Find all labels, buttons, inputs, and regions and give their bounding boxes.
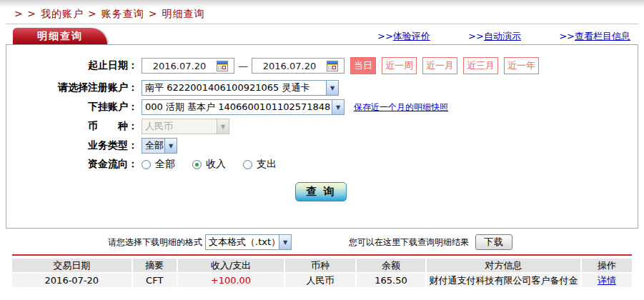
link-label: 体验评价: [393, 31, 430, 41]
business-type-select[interactable]: 全部 ▼: [142, 138, 177, 154]
col-header-date: 交易日期: [12, 259, 132, 273]
link-prefix: >>: [559, 31, 575, 41]
cell-counterparty: 财付通支付科技有限公司客户备付金: [426, 273, 580, 287]
link-prefix: >>: [468, 31, 484, 41]
breadcrumb-item-my-account[interactable]: 我的账户: [41, 8, 84, 19]
table-header-row: 交易日期 摘要 收入/支出 币种 余额 对方信息 操作: [12, 259, 632, 273]
sub-account-row: 下挂账户： 000 活期 基本户 1406600101102571848 ▼ 保…: [6, 99, 638, 116]
table-row: 2016-07-20 CFT +100.00 人民币 165.50 财付通支付科…: [12, 273, 632, 287]
date-range-row: 起止日期： — 当日 近一周 近一月 近三月 近一年: [6, 56, 638, 75]
fund-flow-row: 资金流向： 全部 收入 支出: [6, 156, 638, 172]
detail-link[interactable]: 详情: [598, 275, 616, 286]
calendar-icon[interactable]: [217, 61, 228, 71]
header-divider: [6, 24, 638, 24]
radio-icon[interactable]: [243, 160, 252, 169]
start-date-field: [142, 58, 234, 74]
registered-account-select[interactable]: 南平 6222001406100921065 灵通卡 ▼: [142, 80, 339, 96]
link-label: 自动演示: [484, 31, 521, 41]
end-date-field: [252, 58, 345, 74]
fund-flow-option-expense[interactable]: 支出: [243, 158, 277, 171]
start-date-input[interactable]: [142, 61, 217, 71]
radio-icon[interactable]: [142, 160, 151, 169]
breadcrumb-item-account-query[interactable]: 账务查询: [101, 8, 144, 19]
cell-summary: CFT: [132, 273, 177, 287]
dropdown-arrow-icon: ▼: [217, 119, 229, 134]
breadcrumb-separator: >: [149, 8, 158, 19]
link-label: 查看栏目信息: [575, 31, 630, 41]
radio-label: 支出: [257, 158, 277, 171]
dropdown-arrow-icon[interactable]: ▼: [332, 100, 344, 114]
experience-review-link[interactable]: >>体验评价: [377, 30, 430, 43]
fund-flow-radio-group: 全部 收入 支出: [142, 158, 294, 171]
cell-currency: 人民币: [284, 273, 356, 287]
col-header-amount: 收入/支出: [177, 259, 284, 273]
fund-flow-option-all[interactable]: 全部: [142, 158, 175, 171]
radio-label: 收入: [206, 158, 226, 171]
business-type-value: 全部: [142, 139, 164, 152]
result-table-section: 交易日期 摘要 收入/支出 币种 余额 对方信息 操作 2016-07-20 C…: [12, 254, 632, 287]
quick-range-today-button[interactable]: 当日: [350, 57, 376, 74]
sub-account-value: 000 活期 基本户 1406600101102571848: [142, 101, 332, 114]
cell-balance: 165.50: [356, 273, 427, 287]
cell-date: 2016-07-20: [12, 273, 132, 287]
view-column-info-link[interactable]: >>查看栏目信息: [559, 30, 630, 43]
download-format-value: 文本格式（.txt）: [206, 236, 279, 249]
col-header-action: 操作: [581, 259, 632, 273]
link-prefix: >>: [377, 31, 393, 41]
radio-checked-icon[interactable]: [192, 160, 202, 169]
radio-label: 全部: [155, 158, 175, 171]
col-header-counterparty: 对方信息: [426, 259, 580, 273]
quick-range-month-button[interactable]: 近一月: [422, 57, 457, 74]
quick-range-year-button[interactable]: 近一年: [504, 57, 539, 74]
query-form-panel: 起止日期： — 当日 近一周 近一月 近三月 近一年 请选择注册账户： 南平 6…: [6, 44, 638, 229]
quick-range-quarter-button[interactable]: 近三月: [463, 57, 498, 74]
fund-flow-label: 资金流向：: [6, 158, 138, 171]
tab-title: 明细查询: [37, 30, 83, 43]
quick-range-week-button[interactable]: 近一周: [382, 57, 417, 74]
registered-account-row: 请选择注册账户： 南平 6222001406100921065 灵通卡 ▼: [6, 79, 638, 96]
tab-detail-query: 明细查询: [13, 28, 107, 44]
query-button[interactable]: 查 询: [295, 182, 347, 201]
date-range-separator: —: [238, 60, 248, 71]
download-hint-text: 您可以在这里下载查询明细结果: [349, 236, 469, 249]
registered-account-value: 南平 6222001406100921065 灵通卡: [142, 81, 326, 94]
end-date-input[interactable]: [252, 61, 327, 71]
fund-flow-option-income[interactable]: 收入: [192, 158, 226, 171]
business-type-label: 业务类型：: [6, 139, 138, 152]
download-format-label: 请您选择下载明细的格式: [0, 236, 202, 249]
business-type-row: 业务类型： 全部 ▼: [6, 137, 638, 154]
date-range-label: 起止日期：: [6, 59, 138, 72]
breadcrumb-separator: >: [88, 8, 97, 19]
top-gradient-bar: [0, 0, 644, 7]
currency-value: 人民币: [142, 120, 217, 133]
col-header-summary: 摘要: [132, 259, 177, 273]
col-header-currency: 币种: [284, 259, 356, 273]
currency-row: 币 种： 人民币 ▼: [6, 118, 638, 135]
currency-label: 币 种：: [6, 120, 138, 133]
auto-demo-link[interactable]: >>自动演示: [468, 30, 521, 43]
calendar-icon[interactable]: [327, 61, 338, 71]
breadcrumb-item-detail-query[interactable]: 明细查询: [162, 8, 204, 19]
breadcrumb-prefix: > >: [14, 8, 36, 19]
sub-account-select[interactable]: 000 活期 基本户 1406600101102571848 ▼: [142, 99, 345, 115]
dropdown-arrow-icon[interactable]: ▼: [164, 139, 177, 153]
col-header-balance: 余额: [356, 259, 427, 273]
cell-amount: +100.00: [177, 273, 284, 287]
save-snapshot-link[interactable]: 保存近一个月的明细快照: [354, 101, 448, 114]
sub-account-label: 下挂账户：: [6, 101, 138, 114]
download-format-select[interactable]: 文本格式（.txt） ▼: [205, 234, 292, 250]
dropdown-arrow-icon[interactable]: ▼: [279, 235, 291, 249]
download-button[interactable]: 下载: [475, 234, 512, 250]
dropdown-arrow-icon[interactable]: ▼: [326, 81, 338, 95]
currency-select: 人民币 ▼: [142, 119, 229, 134]
cell-action: 详情: [581, 273, 632, 287]
breadcrumb: > >我的账户>账务查询>明细查询: [14, 8, 209, 21]
result-table: 交易日期 摘要 收入/支出 币种 余额 对方信息 操作 2016-07-20 C…: [12, 259, 632, 287]
registered-account-label: 请选择注册账户：: [6, 81, 138, 94]
download-row: 请您选择下载明细的格式 文本格式（.txt） ▼ 您可以在这里下载查询明细结果 …: [0, 234, 644, 251]
header-links: >>体验评价 >>自动演示 >>查看栏目信息: [377, 30, 630, 43]
